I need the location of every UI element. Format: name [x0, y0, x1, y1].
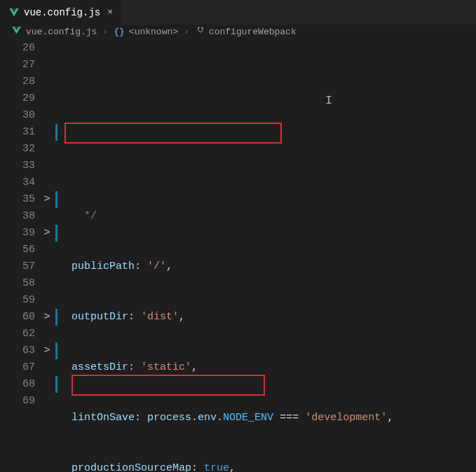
- annotation-highlight-2: [72, 375, 265, 396]
- code-line: */: [59, 208, 476, 225]
- tab-vue-config[interactable]: vue.config.js ×: [0, 0, 122, 25]
- close-icon[interactable]: ×: [107, 7, 113, 18]
- breadcrumb-symbol-1[interactable]: <unknown>: [129, 27, 178, 37]
- code-line: publicPath: '/',: [59, 258, 476, 275]
- chevron-right-icon: ›: [182, 27, 191, 37]
- tab-filename: vue.config.js: [24, 7, 100, 18]
- chevron-right-icon: ›: [101, 27, 109, 37]
- fold-gutter: > > > >: [39, 40, 55, 472]
- fold-chevron-icon[interactable]: >: [39, 225, 55, 242]
- modified-line-marker: [55, 376, 57, 393]
- vue-file-icon: [11, 25, 22, 39]
- tab-bar: vue.config.js ×: [0, 0, 476, 25]
- annotation-highlight-1: [64, 123, 282, 144]
- modified-line-marker: [55, 309, 57, 326]
- breadcrumb-symbol-2[interactable]: configureWebpack: [209, 27, 297, 37]
- modified-line-marker: [55, 191, 57, 208]
- fold-chevron-icon[interactable]: >: [39, 191, 55, 208]
- modified-line-marker: [55, 225, 57, 242]
- breadcrumb-file[interactable]: vue.config.js: [26, 27, 97, 37]
- text-cursor: I: [325, 92, 332, 109]
- code-line: assetsDir: 'static',: [59, 359, 476, 376]
- vue-file-icon: [8, 7, 20, 18]
- code-line: productionSourceMap: true,: [59, 460, 476, 472]
- breadcrumb[interactable]: vue.config.js › {} <unknown> › configure…: [0, 25, 476, 40]
- code-editor[interactable]: 262728 293031 323334 353839 565758 59606…: [0, 40, 476, 472]
- modified-line-marker: [55, 124, 57, 141]
- modified-line-marker: [55, 342, 57, 359]
- symbol-object-icon: {}: [114, 27, 125, 37]
- code-line: lintOnSave: process.env.NODE_ENV === 'de…: [59, 410, 476, 426]
- fold-chevron-icon[interactable]: >: [39, 342, 55, 359]
- line-number-gutter: 262728 293031 323334 353839 565758 59606…: [0, 40, 39, 472]
- code-line: outputDir: 'dist',: [59, 309, 476, 326]
- code-area[interactable]: I */ publicPath: '/', outputDir: 'dist',…: [59, 40, 476, 472]
- fold-chevron-icon[interactable]: >: [39, 309, 55, 326]
- symbol-method-icon: [195, 26, 205, 39]
